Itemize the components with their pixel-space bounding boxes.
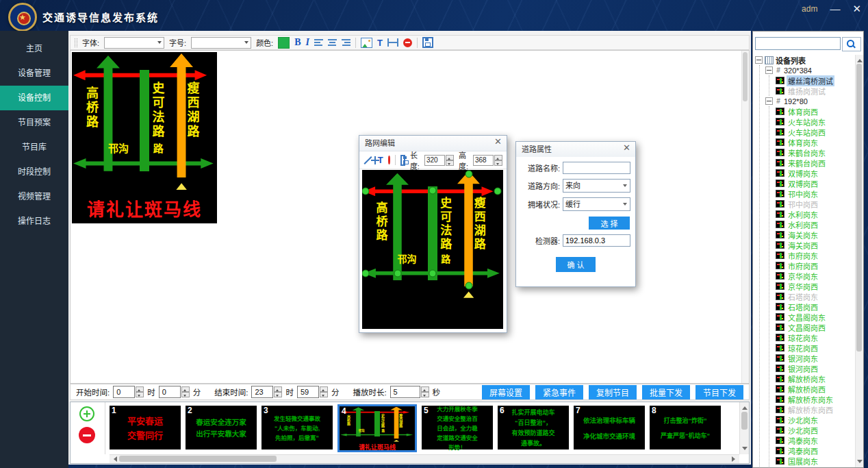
edit-handle[interactable]: [465, 170, 472, 177]
spin-down-icon[interactable]: [494, 160, 502, 166]
start-hour-spinner[interactable]: 0: [113, 386, 144, 398]
device-item[interactable]: 文昌阁岗东: [776, 312, 855, 322]
save-icon[interactable]: [422, 37, 433, 48]
canvas-scrollbar[interactable]: [741, 51, 749, 383]
playlist-item-4[interactable]: 4高桥路史可法路瘦西湖路邗沟路请礼让斑马线: [337, 404, 417, 452]
device-item[interactable]: 鸿泰岗东: [776, 435, 855, 445]
device-item[interactable]: 市府岗西: [776, 260, 855, 271]
close-icon[interactable]: ✕: [494, 136, 502, 147]
spin-up-icon[interactable]: [446, 155, 454, 160]
collapse-icon[interactable]: [765, 97, 773, 105]
device-item[interactable]: 邗中岗西: [776, 199, 855, 209]
screen-width-icon[interactable]: [387, 38, 398, 47]
device-item[interactable]: 来鹤台岗西: [776, 158, 855, 168]
edit-handle[interactable]: [362, 188, 370, 195]
dialog-title[interactable]: 路网编辑: [359, 136, 507, 151]
font-select[interactable]: [104, 37, 164, 49]
close-icon[interactable]: ✕: [623, 143, 630, 153]
spin-up-icon[interactable]: [136, 386, 144, 392]
device-item[interactable]: 国展岗东: [776, 456, 855, 466]
tree-root[interactable]: 设备列表: [755, 55, 855, 65]
start-hour-value[interactable]: 0: [113, 386, 135, 398]
batch-send-button[interactable]: 批量下发: [642, 385, 690, 399]
sign-preview[interactable]: 高桥路史可法路瘦西湖路邗沟路请礼让斑马线: [72, 52, 217, 223]
add-program-icon[interactable]: [79, 406, 94, 421]
device-item[interactable]: 文昌阁岗西: [776, 322, 855, 332]
device-item[interactable]: 火车站岗东: [776, 116, 855, 127]
device-item[interactable]: 京华岗东: [776, 271, 855, 281]
device-item[interactable]: 解放桥岗东: [776, 373, 855, 384]
device-item[interactable]: 京华岗西: [776, 281, 855, 291]
spin-up-icon[interactable]: [181, 386, 190, 392]
remove-program-icon[interactable]: [79, 427, 95, 443]
start-minute-spinner[interactable]: 0: [159, 386, 190, 398]
logged-in-user[interactable]: adm: [802, 4, 817, 14]
spin-up-icon[interactable]: [494, 155, 502, 160]
sidebar-item-program-library[interactable]: 节目库: [0, 135, 68, 160]
tree-group[interactable]: #192*80: [765, 96, 855, 106]
road-label-left[interactable]: 高桥路: [375, 201, 387, 243]
edit-handle[interactable]: [362, 269, 370, 277]
select-button[interactable]: 选 择: [589, 217, 630, 230]
spin-down-icon[interactable]: [136, 392, 144, 397]
congestion-select[interactable]: 缓行: [563, 197, 630, 211]
playlist-item-6[interactable]: 6扎实开展电动车“百日整治”，有效预防道路交通事故。: [498, 406, 569, 449]
bold-icon[interactable]: B: [294, 37, 301, 48]
device-item[interactable]: 鸿泰岗西: [776, 445, 855, 456]
device-item[interactable]: 解放桥东岗西: [776, 404, 855, 415]
device-item[interactable]: 邗中岗东: [776, 188, 855, 199]
device-item[interactable]: 琼花岗东: [776, 332, 855, 343]
insert-text-icon[interactable]: T: [377, 38, 383, 48]
scroll-down-icon[interactable]: [857, 460, 863, 466]
start-minute-value[interactable]: 0: [159, 386, 181, 398]
program-send-button[interactable]: 节目下发: [695, 385, 743, 399]
spin-down-icon[interactable]: [181, 392, 190, 397]
color-swatch[interactable]: [278, 37, 290, 49]
sidebar-item-device-control[interactable]: 设备控制: [0, 86, 68, 110]
detector-input[interactable]: [563, 234, 630, 247]
spin-down-icon[interactable]: [320, 392, 328, 397]
device-item[interactable]: 石塔岗西: [776, 301, 855, 312]
font-size-select[interactable]: [191, 37, 251, 49]
sidebar-item-program-plan[interactable]: 节目预案: [0, 110, 68, 135]
device-item[interactable]: 市府岗东: [776, 250, 855, 260]
height-spinner[interactable]: 368: [473, 155, 502, 166]
edit-handle[interactable]: [429, 269, 437, 277]
editor-canvas[interactable]: 高桥路史可法路瘦西湖路邗沟路: [362, 170, 503, 329]
length-spinner[interactable]: 320: [424, 155, 454, 166]
end-hour-spinner[interactable]: 23: [251, 386, 282, 398]
dialog-title[interactable]: 道路属性: [516, 142, 635, 157]
duration-value[interactable]: 5: [390, 386, 420, 398]
edit-handle[interactable]: [465, 282, 472, 290]
duration-spinner[interactable]: 5: [390, 386, 429, 398]
save-icon[interactable]: [400, 155, 405, 166]
sidebar-item-home[interactable]: 主页: [0, 36, 68, 61]
sidebar-item-video-manage[interactable]: 视频管理: [0, 184, 68, 209]
collapse-icon[interactable]: [755, 56, 763, 64]
device-item[interactable]: 螺丝湾桥测试: [776, 75, 855, 86]
device-item[interactable]: 解放桥岗西: [776, 384, 855, 394]
playlist-item-7[interactable]: 7依法治理非标车辆净化城市交通环境: [574, 406, 645, 449]
emergency-event-button[interactable]: 紧急事件: [535, 385, 583, 399]
delete-icon[interactable]: [403, 38, 412, 47]
scroll-up-icon[interactable]: [857, 56, 863, 62]
align-right-icon[interactable]: [342, 39, 350, 47]
sidebar-item-period-control[interactable]: 时段控制: [0, 160, 68, 184]
device-item[interactable]: 海关岗东: [776, 230, 855, 240]
spin-up-icon[interactable]: [421, 386, 429, 392]
end-minute-spinner[interactable]: 59: [297, 386, 328, 398]
spin-down-icon[interactable]: [446, 160, 454, 166]
device-item[interactable]: 火车站岗西: [776, 127, 855, 137]
playlist-item-1[interactable]: 1平安春运交警同行: [110, 406, 181, 449]
device-item[interactable]: 水利岗西: [776, 219, 855, 230]
spin-up-icon[interactable]: [320, 386, 328, 392]
scroll-up-icon[interactable]: [742, 404, 748, 410]
road-green-shaft-middle[interactable]: [428, 186, 437, 280]
spin-down-icon[interactable]: [421, 392, 429, 397]
collapse-icon[interactable]: [765, 66, 773, 74]
device-item[interactable]: 解放桥东岗东: [776, 394, 855, 404]
playlist-item-8[interactable]: 8打击整治“炸街”严查严惩“机动车”: [650, 406, 721, 449]
height-value[interactable]: 368: [473, 155, 494, 166]
device-item[interactable]: 沙北岗东: [776, 415, 855, 425]
playlist-horizontal-scrollbar[interactable]: [110, 454, 739, 463]
